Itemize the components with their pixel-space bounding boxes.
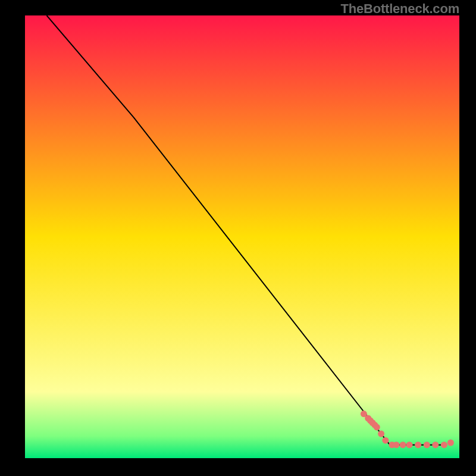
- data-point: [441, 441, 447, 448]
- data-point: [424, 441, 430, 448]
- data-point: [432, 441, 439, 448]
- data-point: [374, 424, 380, 430]
- bottleneck-chart: [0, 0, 476, 476]
- watermark-text: TheBottleneck.com: [340, 1, 459, 17]
- data-point: [393, 441, 400, 448]
- gradient-background: [25, 15, 459, 458]
- data-point: [400, 441, 406, 448]
- data-point: [378, 431, 384, 437]
- data-point: [382, 437, 389, 444]
- data-point: [406, 441, 413, 448]
- chart-container: { "watermark": "TheBottleneck.com", "cha…: [0, 0, 476, 476]
- data-point: [447, 440, 454, 446]
- data-point: [415, 441, 421, 448]
